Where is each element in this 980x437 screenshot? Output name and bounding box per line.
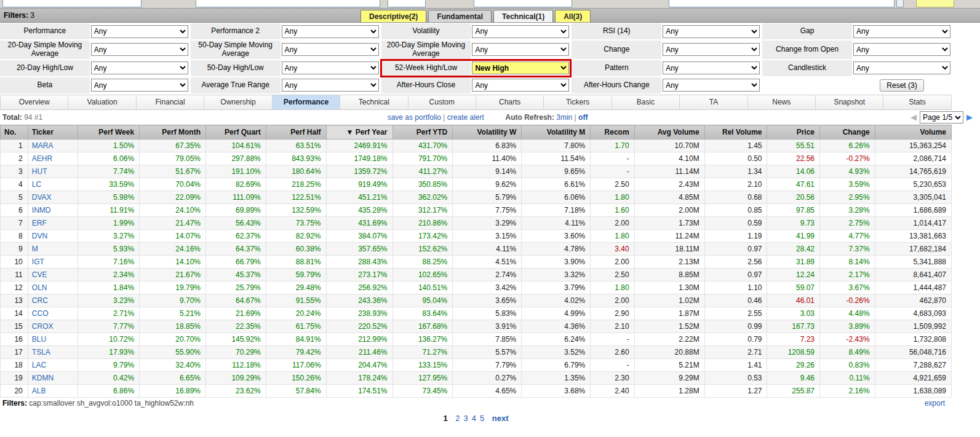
- column-header-volatility-w[interactable]: Volatility W: [453, 125, 522, 139]
- view-tab-overview[interactable]: Overview: [0, 95, 68, 109]
- filter-select-change[interactable]: Any: [663, 43, 760, 56]
- filter-select-52-week-high-low[interactable]: New High: [472, 61, 569, 74]
- volatility-m-cell: 3.79%: [522, 281, 591, 294]
- ticker-link[interactable]: DVN: [32, 232, 47, 240]
- view-tab-valuation[interactable]: Valuation: [68, 95, 136, 109]
- view-tab-financial[interactable]: Financial: [137, 95, 204, 109]
- view-tab-custom[interactable]: Custom: [408, 95, 476, 109]
- column-header-perf-month[interactable]: Perf Month: [140, 125, 206, 139]
- create-alert-link[interactable]: create alert: [447, 113, 484, 122]
- ticker-link[interactable]: INMD: [32, 206, 51, 215]
- ticker-link[interactable]: IGT: [32, 258, 44, 266]
- column-header-volatility-m[interactable]: Volatility M: [522, 125, 591, 139]
- filter-select-after-hours-change[interactable]: Any: [663, 79, 760, 92]
- column-header-ticker[interactable]: Ticker: [28, 125, 78, 139]
- ticker-link[interactable]: M: [32, 245, 38, 253]
- column-header-perf-week[interactable]: Perf Week: [78, 125, 140, 139]
- column-header-perf-year[interactable]: ▼ Perf Year: [326, 125, 392, 139]
- filter-select-volatility[interactable]: Any: [472, 25, 569, 38]
- save-as-portfolio-link[interactable]: save as portfolio: [388, 113, 441, 122]
- ticker-link[interactable]: KDMN: [32, 374, 54, 382]
- toolbar-dropdown-partial[interactable]: [474, 0, 572, 7]
- column-header-volume[interactable]: Volume: [875, 125, 951, 139]
- ticker-link[interactable]: CCO: [32, 309, 49, 318]
- pagination-page-link[interactable]: 4: [472, 414, 476, 423]
- column-header-recom[interactable]: Recom: [591, 125, 634, 139]
- column-header-change[interactable]: Change: [820, 125, 875, 139]
- toolbar-dropdown-partial[interactable]: [196, 0, 380, 7]
- column-header-avg-volume[interactable]: Avg Volume: [634, 125, 704, 139]
- perf-half-cell: 29.48%: [266, 281, 326, 294]
- column-header-perf-quart[interactable]: Perf Quart: [206, 125, 266, 139]
- ticker-link[interactable]: HUT: [32, 167, 47, 176]
- filter-tab-fundamental[interactable]: Fundamental: [428, 10, 492, 22]
- auto-refresh-off-link[interactable]: off: [578, 113, 588, 122]
- next-page-arrow-icon[interactable]: ▶: [966, 112, 973, 122]
- pagination-page-link[interactable]: 5: [480, 414, 484, 423]
- avg-volume-cell: 1.30M: [634, 281, 704, 294]
- view-tab-charts[interactable]: Charts: [476, 95, 544, 109]
- filter-tab-all-3-[interactable]: All(3): [555, 10, 591, 22]
- pagination-next-link[interactable]: next: [492, 414, 509, 423]
- filter-select-20-day-simple-moving-average[interactable]: Any: [91, 43, 188, 56]
- filter-select-average-true-range[interactable]: Any: [282, 79, 379, 92]
- pagination-page-link[interactable]: 3: [464, 414, 468, 423]
- filter-select-beta[interactable]: Any: [91, 79, 188, 92]
- filter-select-pattern[interactable]: Any: [663, 61, 760, 74]
- view-tab-tickers[interactable]: Tickers: [544, 95, 612, 109]
- filter-select-performance-2[interactable]: Any: [282, 25, 379, 38]
- filter-select-after-hours-close[interactable]: Any: [472, 79, 569, 92]
- perf-month-cell: 16.89%: [140, 384, 206, 397]
- ticker-link[interactable]: ERF: [32, 219, 47, 227]
- filter-select-200-day-simple-moving-average[interactable]: Any: [472, 43, 569, 56]
- filter-select-20-day-high-low[interactable]: Any: [91, 61, 188, 74]
- filter-select-candlestick[interactable]: Any: [853, 61, 950, 74]
- column-header-perf-ytd[interactable]: Perf YTD: [392, 125, 453, 139]
- view-tab-technical[interactable]: Technical: [340, 95, 408, 109]
- ticker-link[interactable]: LAC: [32, 361, 46, 369]
- ticker-link[interactable]: CRC: [32, 296, 48, 305]
- view-tab-basic[interactable]: Basic: [612, 95, 680, 109]
- auto-refresh-interval-link[interactable]: 3min: [556, 113, 572, 122]
- view-tab-stats[interactable]: Stats: [883, 95, 951, 109]
- ticker-link[interactable]: ALB: [32, 387, 46, 395]
- view-tab-ownership[interactable]: Ownership: [204, 95, 272, 109]
- filter-select-50-day-simple-moving-average[interactable]: Any: [282, 43, 379, 56]
- filter-select-change-from-open[interactable]: Any: [853, 43, 950, 56]
- ticker-link[interactable]: LC: [32, 180, 41, 189]
- view-tab-performance[interactable]: Performance: [273, 95, 340, 109]
- view-tab-news[interactable]: News: [748, 95, 816, 109]
- filter-tab-descriptive-2-[interactable]: Descriptive(2): [361, 10, 426, 22]
- toolbar-dropdown-partial[interactable]: [388, 0, 426, 7]
- export-link[interactable]: export: [925, 399, 945, 407]
- toolbar-button-partial[interactable]: [896, 0, 904, 7]
- page-select[interactable]: Page 1/5: [920, 111, 963, 124]
- column-header-rel-volume[interactable]: Rel Volume: [704, 125, 767, 139]
- toolbar-input-partial[interactable]: [669, 0, 894, 7]
- ticker-link[interactable]: MARA: [32, 141, 54, 150]
- view-tab-snapshot[interactable]: Snapshot: [816, 95, 883, 109]
- change-cell: 4.93%: [820, 165, 875, 178]
- ticker-link[interactable]: DVAX: [32, 193, 52, 202]
- ticker-link[interactable]: OLN: [32, 283, 47, 292]
- filter-select-gap[interactable]: Any: [853, 25, 950, 38]
- reset-button[interactable]: Reset (3): [880, 79, 923, 92]
- toolbar-input-partial[interactable]: [2, 0, 141, 7]
- filter-tab-technical-1-[interactable]: Technical(1): [493, 10, 553, 22]
- filter-select-50-day-high-low[interactable]: Any: [282, 61, 379, 74]
- column-header-perf-half[interactable]: Perf Half: [266, 125, 326, 139]
- ticker-link[interactable]: BLU: [32, 335, 46, 344]
- prev-page-arrow-icon[interactable]: ◀: [910, 112, 917, 122]
- ticker-link[interactable]: CROX: [32, 322, 54, 331]
- ticker-link[interactable]: TSLA: [32, 348, 50, 356]
- ticker-link[interactable]: AEHR: [32, 154, 52, 163]
- filter-select-rsi-14-[interactable]: Any: [663, 25, 760, 38]
- filter-select-performance[interactable]: Any: [91, 25, 188, 38]
- toolbar-highlight-partial[interactable]: [916, 0, 954, 7]
- view-tab-ta[interactable]: TA: [680, 95, 747, 109]
- column-header-no-[interactable]: No.: [1, 125, 28, 139]
- ticker-link[interactable]: CVE: [32, 270, 47, 279]
- column-header-price[interactable]: Price: [767, 125, 820, 139]
- filter-cell-volatility: VolatilityAny: [381, 23, 571, 39]
- pagination-page-link[interactable]: 2: [455, 414, 460, 423]
